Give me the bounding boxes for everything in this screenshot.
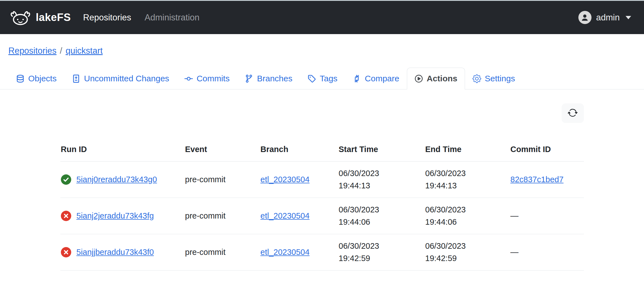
breadcrumb-separator: / <box>60 46 62 56</box>
file-diff-icon <box>72 74 80 83</box>
tab-tags[interactable]: Tags <box>300 68 345 89</box>
column-header-branch: Branch <box>260 143 338 162</box>
run-id-link[interactable]: 5ianj0reraddu73k43g0 <box>77 175 157 184</box>
column-header-event: Event <box>185 143 260 162</box>
start-time: 19:44:06 <box>339 216 425 228</box>
tab-label: Tags <box>320 74 337 83</box>
tab-settings[interactable]: Settings <box>465 68 523 89</box>
tab-label: Commits <box>197 74 230 83</box>
runs-table: Run IDEventBranchStart TimeEnd TimeCommi… <box>60 143 584 271</box>
start-date: 06/30/2023 <box>339 204 425 216</box>
branch-cell: etl_20230504 <box>260 198 338 234</box>
play-circle-icon <box>414 74 423 83</box>
tab-label: Uncommitted Changes <box>84 74 169 83</box>
branch-link[interactable]: etl_20230504 <box>261 175 310 184</box>
table-row: 5ianj2jeraddu73k43fgpre-commitetl_202305… <box>60 198 584 234</box>
end-time-cell: 06/30/202319:44:13 <box>425 162 510 198</box>
run-id-link[interactable]: 5ianjjberaddu73k43f0 <box>77 248 154 257</box>
column-header-commit-id: Commit ID <box>510 143 584 162</box>
commit-id-cell: — <box>510 198 584 234</box>
tab-label: Settings <box>485 74 515 83</box>
main-nav: Repositories Administration <box>83 13 200 23</box>
x-circle-icon <box>61 211 71 221</box>
branch-cell: etl_20230504 <box>260 162 338 198</box>
event-value: pre-commit <box>185 175 226 184</box>
run-id-cell: 5ianj0reraddu73k43g0 <box>60 162 185 198</box>
table-header-row: Run IDEventBranchStart TimeEnd TimeCommi… <box>60 143 584 162</box>
event-value: pre-commit <box>185 211 226 220</box>
column-header-start-time: Start Time <box>338 143 425 162</box>
breadcrumb-repositories-link[interactable]: Repositories <box>8 46 56 56</box>
nav-item-administration[interactable]: Administration <box>145 13 199 23</box>
end-time: 19:44:06 <box>425 216 510 228</box>
chevron-down-icon <box>626 16 631 19</box>
tab-branches[interactable]: Branches <box>237 68 300 89</box>
run-id-link[interactable]: 5ianj2jeraddu73k43fg <box>77 211 154 221</box>
branch-link[interactable]: etl_20230504 <box>261 248 310 257</box>
brand-name: lakeFS <box>36 11 71 23</box>
tab-commits[interactable]: Commits <box>177 68 237 89</box>
tab-label: Compare <box>365 74 399 83</box>
end-time: 19:42:59 <box>425 252 510 265</box>
breadcrumb-repo-link[interactable]: quickstart <box>66 46 103 56</box>
actions-toolbar <box>60 103 584 123</box>
tab-label: Objects <box>28 74 57 83</box>
event-cell: pre-commit <box>185 234 260 271</box>
top-navbar: lakeFS Repositories Administration admin <box>0 1 644 34</box>
start-time-cell: 06/30/202319:42:59 <box>338 234 425 271</box>
tab-label: Branches <box>257 74 292 83</box>
commit-id-empty: — <box>511 248 519 257</box>
repository-tabs: ObjectsUncommitted ChangesCommitsBranche… <box>0 68 644 89</box>
table-row: 5ianjjberaddu73k43f0pre-commitetl_202305… <box>60 234 584 271</box>
end-date: 06/30/2023 <box>425 240 510 252</box>
tab-compare[interactable]: Compare <box>345 68 407 89</box>
column-header-run-id: Run ID <box>60 143 185 162</box>
tag-icon <box>307 74 316 83</box>
branch-cell: etl_20230504 <box>260 234 338 271</box>
start-date: 06/30/2023 <box>339 167 425 180</box>
refresh-icon <box>567 108 578 119</box>
gear-icon <box>473 74 481 83</box>
actions-pane: Run IDEventBranchStart TimeEnd TimeCommi… <box>60 103 584 271</box>
check-circle-icon <box>61 174 71 185</box>
start-time: 19:42:59 <box>339 252 425 265</box>
end-date: 06/30/2023 <box>425 204 510 216</box>
tab-actions[interactable]: Actions <box>407 68 465 89</box>
table-row: 5ianj0reraddu73k43g0pre-commitetl_202305… <box>60 162 584 198</box>
user-name: admin <box>596 13 620 23</box>
avatar <box>578 11 591 24</box>
end-time-cell: 06/30/202319:42:59 <box>425 234 510 271</box>
start-date: 06/30/2023 <box>339 240 425 252</box>
event-cell: pre-commit <box>185 198 260 234</box>
commit-id-cell: 82c837c1bed7 <box>510 162 584 198</box>
lakefs-brand[interactable]: lakeFS <box>9 9 71 26</box>
end-time-cell: 06/30/202319:44:06 <box>425 198 510 234</box>
compare-icon <box>352 74 361 83</box>
event-value: pre-commit <box>185 248 226 257</box>
breadcrumb: Repositories/quickstart <box>0 34 644 56</box>
commit-id-cell: — <box>510 234 584 271</box>
branch-link[interactable]: etl_20230504 <box>261 211 310 220</box>
commit-id-empty: — <box>511 211 519 220</box>
axolotl-logo-icon <box>9 9 31 26</box>
column-header-end-time: End Time <box>425 143 510 162</box>
database-icon <box>16 74 25 83</box>
tab-objects[interactable]: Objects <box>8 68 64 89</box>
start-time-cell: 06/30/202319:44:06 <box>338 198 425 234</box>
refresh-button[interactable] <box>562 103 584 123</box>
commit-id-link[interactable]: 82c837c1bed7 <box>511 175 564 184</box>
event-cell: pre-commit <box>185 162 260 198</box>
start-time: 19:44:13 <box>339 180 425 192</box>
tab-label: Actions <box>427 74 457 83</box>
nav-item-repositories[interactable]: Repositories <box>83 13 131 23</box>
end-time: 19:44:13 <box>425 180 510 192</box>
end-date: 06/30/2023 <box>425 167 510 180</box>
run-id-cell: 5ianj2jeraddu73k43fg <box>60 198 185 234</box>
user-menu[interactable]: admin <box>578 11 631 24</box>
start-time-cell: 06/30/202319:44:13 <box>338 162 425 198</box>
x-circle-icon <box>61 247 71 257</box>
run-id-cell: 5ianjjberaddu73k43f0 <box>60 234 185 271</box>
branch-icon <box>245 74 253 83</box>
tab-uncommitted-changes[interactable]: Uncommitted Changes <box>64 68 177 89</box>
commit-icon <box>184 74 193 83</box>
